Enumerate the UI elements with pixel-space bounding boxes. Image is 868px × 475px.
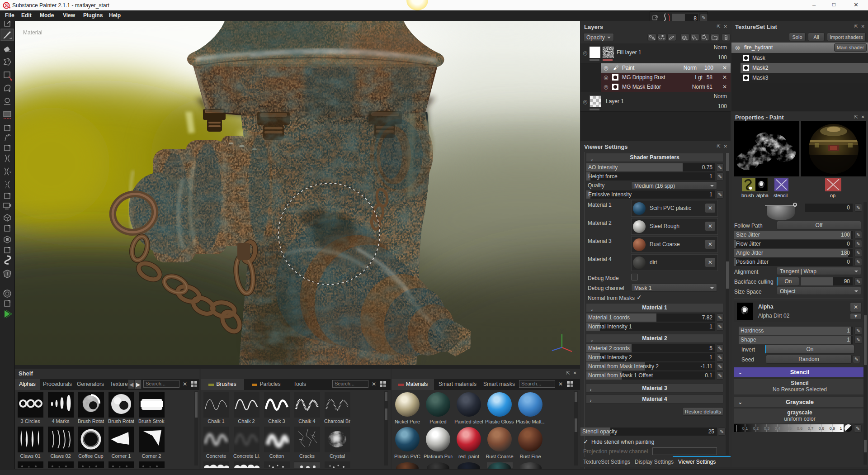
svg-text:x: x: [9, 170, 11, 174]
svg-text:Z: Z: [547, 349, 550, 354]
svg-text:0.9: 0.9: [830, 426, 835, 431]
svg-text:S: S: [5, 3, 8, 8]
svg-text:0.6: 0.6: [797, 426, 803, 431]
svg-text:Material: Material: [23, 29, 42, 36]
svg-text:1: 1: [840, 426, 842, 431]
svg-text:0.8: 0.8: [819, 426, 825, 431]
svg-text:Y: Y: [560, 328, 564, 334]
svg-text:0.5: 0.5: [786, 426, 792, 431]
svg-text:0.1: 0.1: [742, 426, 748, 431]
svg-text:0.4: 0.4: [775, 426, 781, 431]
svg-text:0.2: 0.2: [753, 426, 759, 431]
svg-text:0.7: 0.7: [808, 426, 814, 431]
svg-text:0.3: 0.3: [764, 426, 770, 431]
svg-text:X: X: [574, 349, 577, 355]
